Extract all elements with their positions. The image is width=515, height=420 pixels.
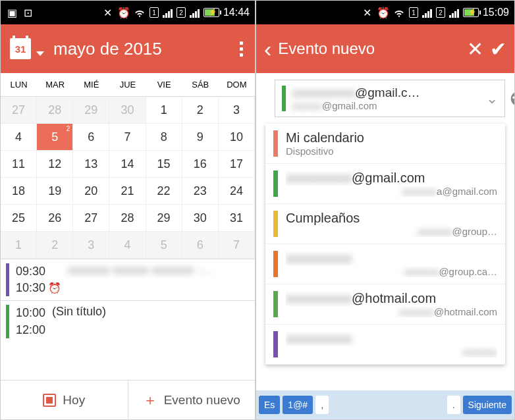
calendar-day-cell[interactable]: 10	[219, 124, 255, 151]
calendar-day-cell[interactable]: 21	[109, 178, 146, 205]
app-bar: ‹ Evento nuevo ✕ ✔	[256, 24, 514, 73]
calendar-dropdown-list: Mi calendarioDispositivoxxxxxxxxxx@gmail…	[265, 124, 505, 365]
calendar-day-cell[interactable]: 7	[109, 124, 146, 151]
calendar-option-name: xxxxxxxxxx@hotmail.com	[286, 291, 497, 306]
calendar-option[interactable]: xxxxxxxxxxxxxxxxx	[265, 325, 505, 365]
calendar-day-cell[interactable]: 20	[73, 178, 109, 205]
keyboard-dot-key[interactable]: .	[447, 396, 460, 414]
calendar-day-cell[interactable]: 23	[182, 178, 219, 205]
app-bar: 31 mayo de 2015	[1, 24, 255, 73]
calendar-day-cell[interactable]: 3	[219, 97, 255, 124]
calendar-day-cell[interactable]: 13	[73, 151, 109, 178]
calendar-selector[interactable]: xxxxxxxxxx@gmail.c… xxxxxx@gmail.com ⌄	[275, 80, 505, 117]
calendar-day-cell[interactable]: 11	[1, 151, 37, 178]
calendar-day-cell[interactable]: 28	[109, 205, 146, 232]
calendar-day-cell[interactable]: 2	[37, 232, 73, 259]
calendar-day-cell[interactable]: 6	[182, 232, 219, 259]
signal1-icon	[163, 7, 173, 18]
month-title[interactable]: mayo de 2015	[53, 39, 162, 59]
save-button[interactable]: ✔	[490, 38, 506, 61]
event-title: (Sin título)	[52, 305, 106, 319]
calendar-option-account: xxxxxxx@group.ca…	[286, 266, 497, 277]
calendar-day-cell[interactable]: 29	[146, 205, 182, 232]
calendar-option-account: xxxxxxx@hotmail.com	[286, 306, 497, 317]
keyboard-lang-key[interactable]: Es	[259, 396, 280, 414]
weekday-label: DOM	[219, 80, 255, 90]
calendar-option[interactable]: xxxxxxxxxx@gmail.comxxxxxxxa@gmail.com	[265, 164, 505, 204]
calendar-day-cell[interactable]: 1	[1, 232, 37, 259]
notification-image-icon: ⊡	[22, 7, 34, 18]
calendar-day-cell[interactable]: 30	[182, 205, 219, 232]
event-count-badge: 2	[67, 125, 70, 132]
calendar-option-name: xxxxxxxxxx@gmail.com	[286, 171, 497, 186]
calendar-day-cell[interactable]: 17	[219, 151, 255, 178]
calendar-day-cell[interactable]: 12	[37, 151, 73, 178]
weekday-label: MIÉ	[73, 80, 109, 90]
weekday-label: LUN	[1, 80, 37, 90]
agenda-event[interactable]: 10:0012:00(Sin título)	[1, 300, 255, 342]
selected-calendar-account: xxxxxx@gmail.com	[292, 100, 479, 111]
keyboard-next-key[interactable]: Siguiente	[463, 396, 512, 414]
view-dropdown-icon[interactable]	[36, 51, 44, 56]
calendar-app-icon[interactable]: 31	[10, 38, 31, 59]
calendar-option-name: xxxxxxxxxx	[286, 251, 497, 266]
keyboard-comma-key[interactable]: ,	[315, 396, 329, 414]
calendar-month-screen: ▣ ⊡ ✕ ⏰ 1 2 ⚡ 14:44 31 mayo de 2015 LUNM…	[0, 0, 256, 420]
calendar-day-cell[interactable]: 15	[146, 151, 182, 178]
calendar-day-cell[interactable]: 52	[37, 124, 73, 151]
alarm-icon: ⏰	[45, 282, 61, 294]
calendar-day-cell[interactable]: 9	[182, 124, 219, 151]
calendar-day-cell[interactable]: 27	[1, 97, 37, 124]
calendar-day-cell[interactable]: 19	[37, 178, 73, 205]
battery-icon: ⚡	[203, 8, 219, 17]
calendar-option[interactable]: Cumpleañosxxxxxxx@group…	[265, 204, 505, 244]
clock-text: 14:44	[223, 7, 250, 18]
calendar-option[interactable]: Mi calendarioDispositivo	[265, 124, 505, 164]
keyboard-symbol-key[interactable]: 1@#	[283, 396, 313, 414]
today-button[interactable]: Hoy	[1, 381, 128, 419]
calendar-day-cell[interactable]: 28	[37, 97, 73, 124]
calendar-day-cell[interactable]: 4	[1, 124, 37, 151]
calendar-day-cell[interactable]: 1	[146, 97, 182, 124]
palette-icon[interactable]	[508, 89, 515, 109]
wifi-icon	[393, 7, 405, 18]
sim2-icon: 2	[176, 7, 186, 18]
weekday-header: LUNMARMIÉJUEVIESÁBDOM	[1, 73, 255, 97]
agenda-event[interactable]: 09:3010:30 ⏰xxxxxxx xxxxxx xxxxxxx -...	[1, 259, 255, 300]
calendar-day-cell[interactable]: 18	[1, 178, 37, 205]
new-event-button[interactable]: ＋ Evento nuevo	[128, 381, 256, 419]
calendar-option-account: xxxxxxx	[286, 346, 497, 357]
calendar-day-cell[interactable]: 4	[109, 232, 146, 259]
calendar-day-cell[interactable]: 29	[73, 97, 109, 124]
calendar-day-cell[interactable]: 6	[73, 124, 109, 151]
calendar-day-cell[interactable]: 2	[182, 97, 219, 124]
calendar-day-cell[interactable]: 31	[219, 205, 255, 232]
calendar-option[interactable]: xxxxxxxxxx@hotmail.comxxxxxxx@hotmail.co…	[265, 284, 505, 325]
calendar-day-cell[interactable]: 7	[219, 232, 255, 259]
selected-calendar-name: xxxxxxxxxx@gmail.c…	[292, 86, 479, 100]
calendar-day-cell[interactable]: 14	[109, 151, 146, 178]
weekday-label: SÁB	[182, 80, 219, 90]
calendar-day-cell[interactable]: 25	[1, 205, 37, 232]
overflow-menu-icon[interactable]	[237, 39, 246, 59]
calendar-day-cell[interactable]: 22	[146, 178, 182, 205]
plus-icon: ＋	[143, 390, 157, 410]
calendar-day-cell[interactable]: 27	[73, 205, 109, 232]
calendar-option[interactable]: xxxxxxxxxxxxxxxxx@group.ca…	[265, 244, 505, 284]
event-title: xxxxxxx xxxxxx xxxxxxx -...	[68, 263, 211, 277]
battery-icon: ⚡	[463, 8, 479, 17]
calendar-day-cell[interactable]: 16	[182, 151, 219, 178]
calendar-option-name: Cumpleaños	[286, 211, 497, 226]
signal2-icon	[190, 7, 200, 18]
calendar-color-stripe	[273, 130, 278, 157]
alarm-icon: ⏰	[377, 7, 389, 18]
calendar-day-cell[interactable]: 26	[37, 205, 73, 232]
calendar-day-cell[interactable]: 8	[146, 124, 182, 151]
cancel-button[interactable]: ✕	[467, 38, 483, 61]
calendar-day-cell[interactable]: 5	[146, 232, 182, 259]
calendar-day-cell[interactable]: 30	[109, 97, 146, 124]
back-icon[interactable]: ‹	[264, 36, 271, 62]
sim2-icon: 2	[436, 7, 445, 18]
calendar-day-cell[interactable]: 3	[73, 232, 109, 259]
calendar-day-cell[interactable]: 24	[219, 178, 255, 205]
